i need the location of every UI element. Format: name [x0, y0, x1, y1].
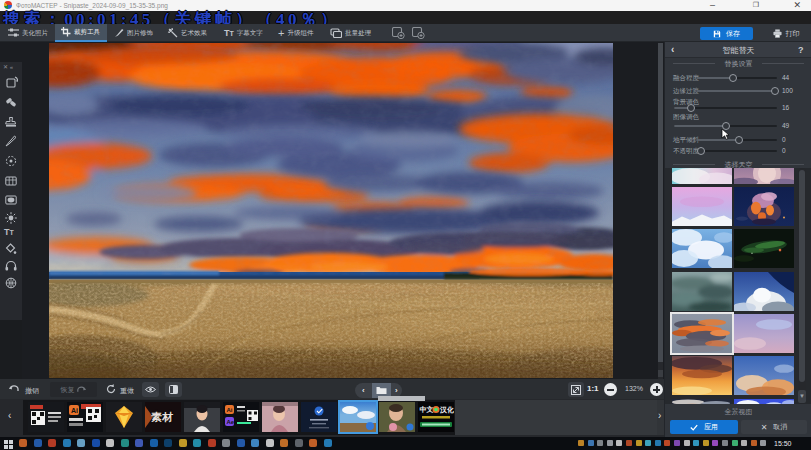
svg-text:汉化: 汉化 [439, 406, 454, 414]
svg-text:Ae: Ae [227, 419, 235, 425]
svg-text:中文: 中文 [420, 405, 434, 413]
svg-text:素材: 素材 [151, 411, 174, 423]
svg-text:Ai: Ai [227, 407, 233, 413]
svg-text:Ai: Ai [71, 407, 78, 414]
